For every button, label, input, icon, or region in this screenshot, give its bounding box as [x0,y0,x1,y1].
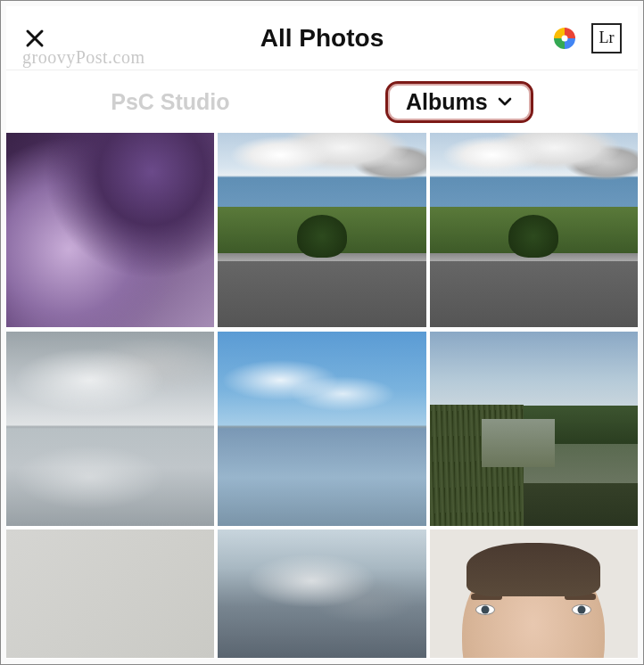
chevron-down-icon [497,89,513,115]
google-photos-icon[interactable] [550,24,579,53]
tabs-row: PsC Studio Albums [6,70,638,133]
photo-grid [6,133,638,659]
photo-thumbnail[interactable] [430,133,638,327]
photo-thumbnail[interactable] [218,332,425,526]
tab-albums[interactable]: Albums [385,81,533,123]
lightroom-icon-label: Lr [599,29,615,47]
lightroom-icon[interactable]: Lr [591,23,622,53]
header-right: Lr [515,23,622,53]
photo-thumbnail[interactable] [430,332,638,526]
header-left [22,26,129,51]
svg-point-0 [562,35,568,41]
photo-thumbnail[interactable] [218,133,425,327]
header-bar: All Photos Lr groovyPost.com [6,6,638,70]
photo-thumbnail[interactable] [6,332,214,526]
tab-psc-studio[interactable]: PsC Studio [111,89,229,115]
close-icon[interactable] [22,26,47,51]
page-title: All Photos [129,24,515,53]
photo-thumbnail[interactable] [6,133,214,327]
photo-thumbnail[interactable] [6,530,214,658]
tab-albums-label: Albums [406,89,488,115]
photo-thumbnail[interactable] [430,530,638,658]
photo-thumbnail[interactable] [218,530,425,658]
